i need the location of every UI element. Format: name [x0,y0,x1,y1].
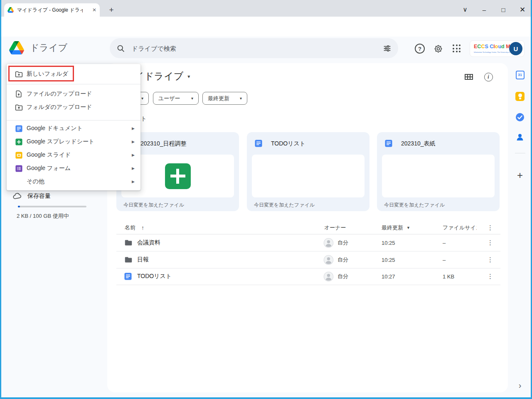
menu-item-label: Google ドキュメント [27,125,83,132]
modified-time: 10:25 [382,251,395,268]
column-header-name[interactable]: 名前 ↑ [125,222,144,234]
menu-item-label: Google フォーム [27,165,71,172]
get-addons-button[interactable]: + [515,170,525,180]
window-maximize-button[interactable]: □ [495,3,512,16]
gear-icon [433,44,443,54]
row-options-kebab-icon[interactable]: ⋮ [487,251,493,268]
file-size: – [443,251,446,268]
contacts-icon [515,132,525,142]
filter-chip-people[interactable]: ユーザー ▾ [153,92,199,105]
submenu-arrow-icon: ▶ [132,140,135,144]
drive-logo-home[interactable]: ドライブ [9,41,67,54]
docs-file-icon [384,139,393,149]
menu-item-google-slides[interactable]: Google スライド ▶ [7,148,140,162]
window-frame [0,0,1,399]
card-caption: 今日変更を加えたファイル [384,202,445,209]
dropdown-caret-icon: ▼ [406,226,410,230]
storage-progress-fill [18,206,20,207]
menu-item-file-upload[interactable]: ファイルのアップロード [7,87,140,101]
details-button[interactable]: i [484,72,493,81]
folder-icon [124,251,133,268]
tab-search-chevron-icon[interactable]: ∨ [456,3,474,16]
modified-time: 10:27 [382,268,395,285]
menu-item-folder-upload[interactable]: フォルダのアップロード [7,101,140,114]
menu-item-google-docs[interactable]: Google ドキュメント ▶ [7,122,140,135]
table-options-kebab-icon[interactable]: ⋮ [487,222,493,234]
keep-app-button[interactable] [515,91,525,101]
menu-item-new-folder[interactable]: 新しいフォルダ [7,66,140,81]
column-header-modified[interactable]: 最終更新 ▼ [382,222,410,234]
column-label: ファイルサイズ [443,224,477,232]
folder-icon [124,234,133,251]
slides-icon [14,150,23,160]
docs-file-icon [124,268,132,285]
filter-chip-modified[interactable]: 最終更新 ▾ [202,92,247,105]
suggested-card[interactable]: 202310_表紙 今日変更を加えたファイル [377,132,500,211]
chevron-down-icon: ▾ [240,96,242,101]
owner-name: 自分 [337,239,348,246]
new-tab-button[interactable]: + [106,5,116,15]
google-apps-button[interactable] [451,43,463,54]
show-side-panel-chevron[interactable]: › [515,381,525,390]
browser-titlebar: マイドライブ - Google ドライブ ✕ + ∨ – □ ✕ [0,0,532,17]
row-options-kebab-icon[interactable]: ⋮ [487,268,493,285]
card-preview [252,155,365,197]
card-caption: 今日変更を加えたファイル [123,202,184,209]
search-input[interactable] [131,44,383,52]
grid-view-icon [465,74,473,80]
contacts-app-button[interactable] [515,132,525,142]
file-size: 1 KB [443,268,454,285]
card-title: 202310_日程調整 [140,140,187,148]
calendar-icon: 31 [516,71,525,79]
sheets-logo [165,163,191,189]
menu-item-label: フォルダのアップロード [27,103,92,111]
settings-button[interactable] [432,43,444,54]
storage-progress-bar [18,206,86,207]
card-title: TODOリスト [271,140,305,148]
window-close-button[interactable]: ✕ [514,3,531,16]
drive-logo-icon [9,41,24,54]
owner-name: 自分 [337,256,348,264]
file-upload-icon [14,89,23,99]
menu-item-google-sheets[interactable]: Google スプレッドシート ▶ [7,135,140,148]
badge-subtitle: Information Technology Center, The Unive… [474,51,515,53]
owner-avatar-icon [323,271,334,282]
storage-usage-text: 2 KB / 100 GB 使用中 [17,212,69,220]
sidebar-item-storage[interactable]: 保存容量 [12,192,51,201]
sort-ascending-icon: ↑ [141,224,144,231]
owner-cell: 自分 [323,251,348,268]
browser-tab[interactable]: マイドライブ - Google ドライブ ✕ [4,3,100,17]
column-header-owner[interactable]: オーナー [324,222,346,234]
modified-time: 10:25 [382,234,395,251]
question-icon: ? [415,44,425,54]
list-grid-view-toggle[interactable] [464,72,473,81]
sheets-icon [14,137,23,146]
new-menu: 新しいフォルダ ファイルのアップロード フォルダのアップロード Google ド… [7,64,140,190]
drive-favicon [7,7,14,13]
table-row[interactable]: 日報 自分 10:25 – ⋮ [116,251,500,268]
suggested-card[interactable]: TODOリスト 今日変更を加えたファイル [247,132,369,211]
table-row[interactable]: TODOリスト 自分 10:27 1 KB ⋮ [116,268,500,285]
row-options-kebab-icon[interactable]: ⋮ [487,234,493,251]
card-caption: 今日変更を加えたファイル [254,202,315,209]
search-bar[interactable] [110,38,398,58]
menu-item-label: Google スライド [27,151,71,159]
chip-label: ユーザー [158,95,180,102]
menu-divider [7,84,140,84]
table-row[interactable]: 会議資料 自分 10:25 – ⋮ [116,234,500,251]
tab-close-icon[interactable]: ✕ [92,7,96,13]
tasks-app-button[interactable] [515,112,525,122]
chevron-down-icon: ▾ [187,74,190,79]
calendar-app-button[interactable]: 31 [515,70,525,80]
menu-item-label: Google スプレッドシート [27,138,94,145]
menu-item-google-forms[interactable]: Google フォーム ▶ [7,162,140,175]
browser-toolbar: ← → ↻ drive.google.com/drive/my-drive ☆ … [0,17,532,37]
owner-cell: 自分 [323,268,348,285]
column-header-size[interactable]: ファイルサイズ [443,222,477,234]
window-minimize-button[interactable]: – [475,3,493,16]
drive-account-avatar[interactable]: U [509,42,522,55]
folder-upload-icon [14,103,23,112]
menu-item-more[interactable]: その他 ▶ [7,175,140,188]
search-options-tune-icon[interactable] [383,44,392,53]
help-button[interactable]: ? [414,43,426,54]
